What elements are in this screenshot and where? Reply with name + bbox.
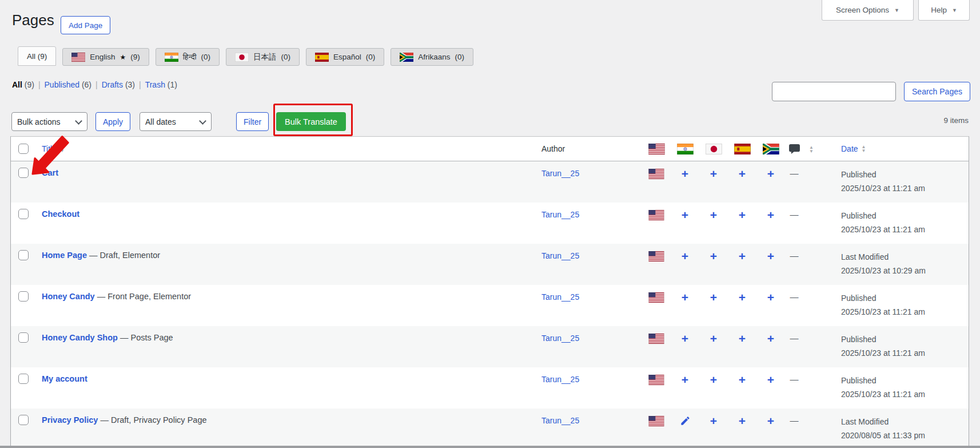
in-flag-icon: [165, 53, 178, 62]
us-flag-icon: [71, 53, 85, 62]
add-translation-icon[interactable]: +: [767, 333, 774, 344]
add-translation-icon[interactable]: +: [710, 292, 717, 303]
help-label: Help: [931, 6, 947, 14]
row-checkbox[interactable]: [18, 291, 29, 302]
language-tab-in[interactable]: हिन्दी(0): [156, 48, 220, 66]
add-translation-icon[interactable]: +: [739, 333, 746, 344]
view-link-trash[interactable]: Trash: [145, 80, 165, 89]
add-translation-icon[interactable]: +: [739, 415, 746, 427]
screen-options-label: Screen Options: [836, 6, 889, 14]
add-translation-icon[interactable]: +: [767, 209, 774, 221]
row-checkbox[interactable]: [18, 332, 29, 343]
filter-button[interactable]: Filter: [236, 112, 269, 131]
column-header-comments[interactable]: [786, 144, 803, 154]
in-flag-icon: [676, 144, 694, 154]
chevron-down-icon: ▼: [952, 7, 957, 13]
add-translation-icon[interactable]: +: [682, 374, 688, 386]
add-translation-icon[interactable]: +: [682, 333, 688, 344]
language-tab-all[interactable]: All (9): [18, 46, 56, 66]
add-translation-icon[interactable]: +: [739, 292, 746, 303]
page-title-link[interactable]: Home Page: [42, 251, 87, 260]
row-checkbox[interactable]: [18, 415, 29, 425]
add-translation-icon[interactable]: +: [767, 292, 774, 303]
view-count: (3): [123, 80, 135, 89]
page-title-link[interactable]: Checkout: [42, 209, 79, 219]
add-translation-icon[interactable]: +: [739, 251, 746, 262]
add-translation-icon[interactable]: +: [710, 415, 717, 427]
jp-flag-icon: [705, 144, 722, 154]
view-link-all[interactable]: All: [12, 80, 22, 89]
table-rows: CartTarun__25++++—Published2025/10/23 at…: [11, 161, 969, 448]
language-tab-jp[interactable]: 日本語(0): [226, 48, 300, 66]
page-title-link[interactable]: My account: [42, 374, 87, 383]
add-translation-icon[interactable]: +: [739, 209, 746, 221]
row-checkbox[interactable]: [18, 250, 29, 260]
add-translation-icon[interactable]: +: [682, 168, 688, 180]
row-checkbox[interactable]: [18, 168, 29, 178]
author-link[interactable]: Tarun__25: [541, 292, 579, 302]
help-button[interactable]: Help ▼: [918, 0, 970, 21]
add-translation-icon[interactable]: +: [739, 168, 746, 180]
author-link[interactable]: Tarun__25: [541, 251, 579, 260]
add-translation-icon[interactable]: +: [767, 168, 774, 180]
es-flag-icon: [734, 144, 751, 154]
language-tab-count: (9): [130, 53, 140, 61]
language-tab-label: Español: [333, 53, 361, 61]
page-title-link[interactable]: Privacy Policy: [42, 415, 98, 425]
language-tab-label: हिन्दी: [183, 53, 197, 62]
add-translation-icon[interactable]: +: [767, 374, 774, 386]
add-translation-icon[interactable]: +: [710, 168, 717, 180]
page-title-link[interactable]: Honey Candy Shop: [42, 333, 118, 342]
comments-empty-dash: —: [786, 209, 803, 219]
row-checkbox[interactable]: [18, 209, 29, 219]
add-translation-icon[interactable]: +: [710, 251, 717, 262]
dates-select[interactable]: All dates: [140, 112, 212, 131]
row-checkbox[interactable]: [18, 374, 29, 384]
chevron-down-icon: ▼: [894, 7, 899, 13]
language-tab-count: (0): [281, 53, 291, 61]
add-translation-icon[interactable]: +: [710, 333, 717, 344]
add-translation-icon[interactable]: +: [710, 209, 717, 221]
add-translation-icon[interactable]: +: [682, 251, 688, 262]
add-translation-icon[interactable]: +: [767, 251, 774, 262]
edit-translation-icon[interactable]: [680, 415, 691, 428]
column-header-date[interactable]: Date▲▼: [841, 144, 866, 153]
title-sort-link[interactable]: Title: [42, 144, 57, 153]
author-link[interactable]: Tarun__25: [541, 375, 579, 384]
add-translation-icon[interactable]: +: [767, 415, 774, 427]
view-link-published[interactable]: Published: [45, 80, 80, 89]
language-tab-za[interactable]: Afrikaans(0): [391, 48, 473, 66]
date-sort-link[interactable]: Date: [841, 144, 858, 153]
search-pages-button[interactable]: Search Pages: [904, 82, 970, 101]
select-all-checkbox[interactable]: [18, 144, 29, 154]
comments-sort-arrows-icon[interactable]: ▲▼: [806, 145, 814, 154]
add-translation-icon[interactable]: +: [739, 374, 746, 386]
separator: |: [139, 80, 141, 89]
language-tab-count: (0): [455, 53, 465, 61]
page-title-link[interactable]: Cart: [42, 168, 58, 177]
bulk-translate-button[interactable]: Bulk Translate: [276, 112, 346, 131]
separator: |: [95, 80, 98, 89]
pages-list-table: Title▲▼ Author ▲▼ Date▲▼ CartTarun__25++…: [10, 136, 969, 448]
author-link[interactable]: Tarun__25: [541, 169, 579, 178]
add-translation-icon[interactable]: +: [710, 374, 717, 386]
author-link[interactable]: Tarun__25: [541, 334, 579, 343]
column-header-title[interactable]: Title▲▼: [42, 144, 65, 153]
page-title-link[interactable]: Honey Candy: [42, 292, 95, 301]
edit-pencil-icon: [680, 415, 691, 426]
language-tab-es[interactable]: Español(0): [306, 48, 384, 66]
view-link-drafts[interactable]: Drafts: [102, 80, 123, 89]
bulk-actions-select[interactable]: Bulk actions: [11, 112, 87, 131]
sort-arrows-icon: ▲▼: [862, 145, 866, 153]
apply-button[interactable]: Apply: [95, 112, 130, 131]
screen-options-button[interactable]: Screen Options ▼: [822, 0, 914, 21]
search-input[interactable]: [772, 82, 896, 101]
author-link[interactable]: Tarun__25: [541, 210, 579, 219]
language-tab-us[interactable]: English★(9): [62, 48, 149, 66]
add-translation-icon[interactable]: +: [682, 292, 688, 303]
column-header-author: Author: [541, 144, 565, 153]
add-page-button[interactable]: Add Page: [61, 16, 110, 34]
es-flag-icon: [315, 53, 329, 62]
author-link[interactable]: Tarun__25: [541, 416, 579, 425]
add-translation-icon[interactable]: +: [682, 209, 688, 221]
